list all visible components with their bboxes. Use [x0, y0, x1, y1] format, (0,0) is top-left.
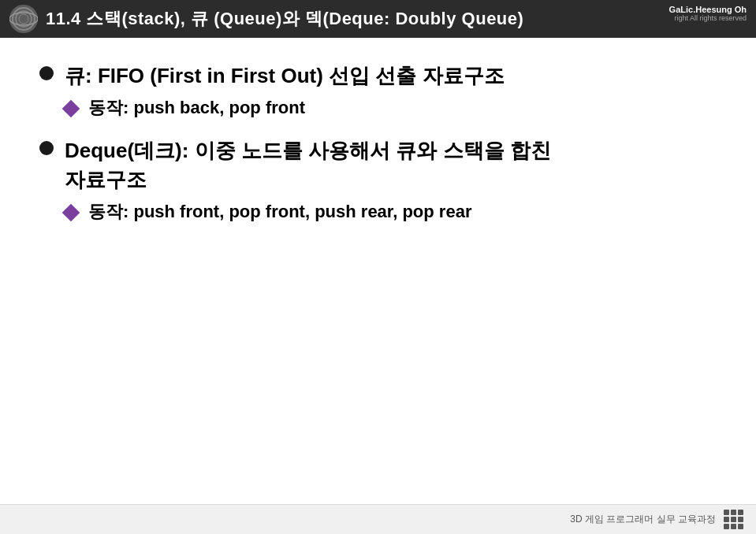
slide-title: 11.4 스택(stack), 큐 (Queue)와 덱(Deque: Doub… [46, 7, 747, 31]
queue-title: 큐: FIFO (First in First Out) 선입 선출 자료구조 [65, 61, 505, 90]
main-content: 큐: FIFO (First in First Out) 선입 선출 자료구조 … [0, 38, 756, 256]
deque-title-line1: Deque(데크): 이중 노드를 사용해서 큐와 스택을 합친 [65, 136, 551, 165]
queue-bullet-item: 큐: FIFO (First in First Out) 선입 선출 자료구조 [39, 61, 717, 90]
deque-title: Deque(데크): 이중 노드를 사용해서 큐와 스택을 합친 자료구조 [65, 136, 551, 194]
footer-text: 3D 게임 프로그래머 실무 교육과정 [570, 513, 716, 526]
diamond-icon-queue [62, 100, 80, 118]
watermark-name: GaLic.Heesung Oh [669, 5, 747, 14]
grid-cell [724, 517, 729, 522]
svg-point-0 [9, 5, 38, 33]
grid-cell [738, 524, 743, 529]
watermark-rights: right All rights reserved [669, 14, 747, 22]
deque-section: Deque(데크): 이중 노드를 사용해서 큐와 스택을 합친 자료구조 동작… [39, 136, 717, 224]
footer: 3D 게임 프로그래머 실무 교육과정 [0, 504, 756, 534]
bullet-circle-deque [39, 141, 54, 155]
queue-sub-bullet: 동작: push back, pop front [65, 96, 717, 121]
bullet-circle-queue [39, 66, 54, 80]
grid-cell [731, 517, 736, 522]
watermark: GaLic.Heesung Oh right All rights reserv… [669, 5, 747, 22]
grid-icon [724, 510, 743, 529]
header-bar: 11.4 스택(stack), 큐 (Queue)와 덱(Deque: Doub… [0, 0, 756, 38]
grid-cell [724, 510, 729, 515]
header-logo-icon [9, 5, 38, 33]
grid-cell [731, 524, 736, 529]
grid-cell [731, 510, 736, 515]
deque-operation: 동작: push front, pop front, push rear, po… [88, 200, 471, 224]
grid-cell [738, 510, 743, 515]
queue-operation: 동작: push back, pop front [88, 96, 305, 121]
grid-cell [724, 524, 729, 529]
diamond-icon-deque [62, 204, 80, 222]
deque-bullet-item: Deque(데크): 이중 노드를 사용해서 큐와 스택을 합친 자료구조 [39, 136, 717, 194]
deque-title-line2: 자료구조 [65, 165, 551, 194]
deque-sub-bullet: 동작: push front, pop front, push rear, po… [65, 200, 717, 224]
grid-cell [738, 517, 743, 522]
